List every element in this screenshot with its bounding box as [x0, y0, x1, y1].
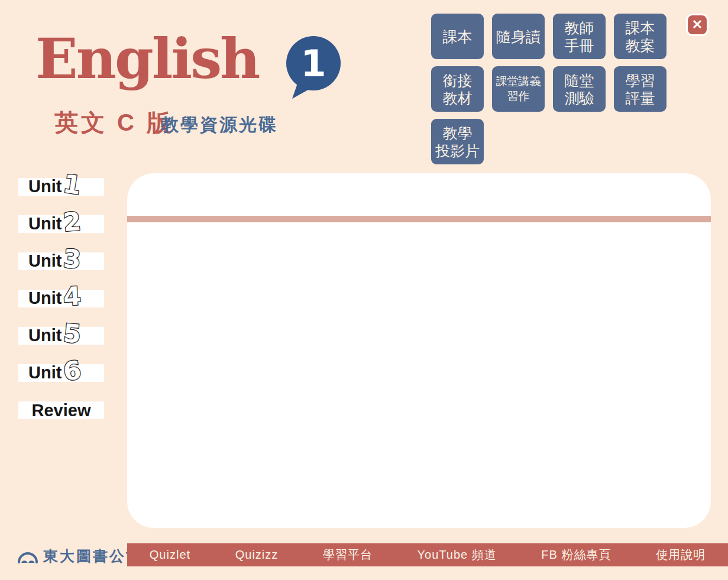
- publisher-logo: 東大圖書公司: [18, 545, 143, 567]
- unit-label: Unit: [28, 177, 62, 196]
- app-logo-title: English: [35, 21, 258, 96]
- teacher-manual-button[interactable]: 教師 手冊: [553, 14, 606, 59]
- close-icon: ✕: [692, 17, 703, 33]
- sidebar-item-review[interactable]: Review: [18, 401, 104, 419]
- unit-number: 1: [62, 171, 83, 199]
- publisher-arch-icon: [18, 548, 38, 563]
- teaching-slides-button[interactable]: 教學 投影片: [431, 119, 484, 164]
- quiz-button[interactable]: 隨堂 測驗: [553, 66, 606, 112]
- unit-label: Unit: [28, 289, 62, 307]
- unit-number: 4: [63, 283, 82, 310]
- divider-line: [127, 216, 711, 222]
- sidebar-item-unit-6[interactable]: Unit 6: [18, 364, 104, 382]
- pocket-reader-button[interactable]: 隨身讀: [492, 14, 545, 59]
- footer-link-quizizz[interactable]: Quizizz: [235, 548, 279, 562]
- bridging-material-button[interactable]: 銜接 教材: [431, 66, 484, 112]
- speech-bubble-tail: [292, 85, 310, 99]
- unit-number: 3: [63, 246, 82, 273]
- unit-label: Unit: [28, 326, 62, 345]
- sidebar-item-unit-4[interactable]: Unit 4: [18, 290, 104, 307]
- close-button[interactable]: ✕: [686, 14, 708, 36]
- unit-sidebar: Unit 1 Unit 2 Unit 3 Unit 4 Unit 5 Unit …: [18, 178, 104, 419]
- series-label: 英文 C 版: [54, 106, 173, 139]
- unit-label: Unit: [28, 252, 62, 270]
- unit-label: Unit: [28, 364, 62, 382]
- footer-link-fb-fanpage[interactable]: FB 粉絲專頁: [541, 547, 611, 563]
- unit-label: Unit: [28, 215, 62, 233]
- footer-link-learning-platform[interactable]: 學習平台: [323, 547, 373, 563]
- footer-link-bar: Quizlet Quizizz 學習平台 YouTube 頻道 FB 粉絲專頁 …: [127, 543, 728, 566]
- class-handout-workbook-button[interactable]: 課堂講義 習作: [492, 66, 545, 112]
- level-badge-number: 1: [300, 42, 326, 85]
- footer-link-youtube-channel[interactable]: YouTube 頻道: [418, 547, 497, 563]
- resource-button-grid: 課本 隨身讀 教師 手冊 課本 教案 銜接 教材 課堂講義 習作 隨堂 測驗 學…: [431, 14, 666, 164]
- sidebar-item-unit-3[interactable]: Unit 3: [18, 252, 104, 270]
- unit-number: 5: [62, 320, 82, 347]
- disc-subtitle: 教學資源光碟: [161, 113, 278, 137]
- textbook-lesson-plan-button[interactable]: 課本 教案: [614, 14, 666, 59]
- sidebar-item-unit-5[interactable]: Unit 5: [18, 327, 104, 345]
- footer-link-user-guide[interactable]: 使用說明: [656, 547, 706, 563]
- unit-number: 6: [62, 357, 82, 384]
- sidebar-item-unit-1[interactable]: Unit 1: [18, 178, 104, 196]
- textbook-button[interactable]: 課本: [431, 14, 484, 59]
- unit-number: 2: [62, 209, 82, 235]
- assessment-button[interactable]: 學習 評量: [614, 66, 666, 112]
- content-panel: [127, 173, 711, 528]
- level-badge: 1: [286, 36, 341, 90]
- footer-link-quizlet[interactable]: Quizlet: [150, 548, 190, 562]
- sidebar-item-unit-2[interactable]: Unit 2: [18, 215, 104, 233]
